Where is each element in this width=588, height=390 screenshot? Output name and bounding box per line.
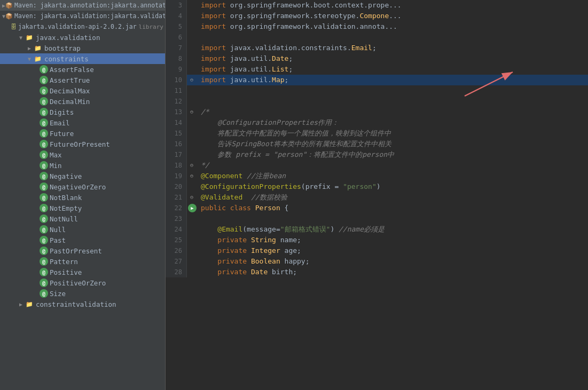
tree-arrow: ▼ xyxy=(17,35,25,41)
tree-label: Maven: jakarta.validation:jakarta.valida… xyxy=(14,12,166,20)
tree-annotation-futureorpresent[interactable]: @ FutureOrPresent xyxy=(0,139,165,149)
code-line-10: 10⊖import java.util.Map; xyxy=(166,75,588,85)
fold-icon[interactable]: ⊖ xyxy=(190,75,193,85)
line-gutter xyxy=(187,85,198,96)
package-icon: 📦 xyxy=(5,1,13,10)
code-scroll-area[interactable]: 3import org.springframework.boot.context… xyxy=(166,0,588,390)
line-content: @ConfigurationProperties(prefix = "perso… xyxy=(198,181,588,192)
line-content: @ConfigurationProperties作用： xyxy=(198,117,588,128)
annotation-icon: @ xyxy=(40,182,48,191)
tree-annotation-notempty[interactable]: @ NotEmpty xyxy=(0,203,165,213)
line-content: 将配置文件中配置的每一个属性的值，映射到这个组件中 xyxy=(198,128,588,139)
tree-constraints[interactable]: ▼ 📁 constraints xyxy=(0,53,165,64)
run-icon[interactable]: ▶ xyxy=(188,204,197,212)
code-line-17: 17 参数 prefix = "person"：将配置文件中的person中 xyxy=(166,149,588,160)
line-number: 9 xyxy=(166,64,187,75)
line-number: 12 xyxy=(166,96,187,107)
jar-icon: 🗄 xyxy=(11,22,17,31)
code-line-3: 3import org.springframework.boot.context… xyxy=(166,0,588,11)
tree-annotation-email[interactable]: @ Email xyxy=(0,117,165,128)
tree-constraintvalidation[interactable]: ▶ 📁 constraintvalidation xyxy=(0,299,165,309)
line-gutter: ⊖ xyxy=(187,192,198,203)
tree-annotation-notblank[interactable]: @ NotBlank xyxy=(0,192,165,203)
annotation-icon: @ xyxy=(40,65,48,74)
project-tree[interactable]: ▶ 📦 Maven: jakarta.annotation:jakarta.an… xyxy=(0,0,166,390)
fold-icon[interactable]: ⊖ xyxy=(190,171,193,181)
code-line-8: 8import java.util.Date; xyxy=(166,53,588,64)
tree-label: NotNull xyxy=(50,215,78,223)
tree-bootstrap[interactable]: ▶ 📁 bootstrap xyxy=(0,43,165,53)
line-content: private Integer age; xyxy=(198,245,588,256)
code-line-7: 7import javax.validation.constraints.Ema… xyxy=(166,43,588,53)
tree-annotation-positiveorzero[interactable]: @ PositiveOrZero xyxy=(0,277,165,288)
code-line-6: 6 xyxy=(166,32,588,43)
line-content: @Validated //数据校验 xyxy=(198,192,588,203)
tree-annotation-decimalmax[interactable]: @ DecimalMax xyxy=(0,85,165,96)
tree-annotation-negative[interactable]: @ Negative xyxy=(0,171,165,181)
tree-label: Negative xyxy=(50,172,82,180)
line-content: 参数 prefix = "person"：将配置文件中的person中 xyxy=(198,149,588,160)
line-number: 6 xyxy=(166,32,187,43)
line-gutter xyxy=(187,181,198,192)
tree-annotation-pattern[interactable]: @ Pattern xyxy=(0,256,165,267)
annotation-icon: @ xyxy=(40,161,48,170)
tree-annotation-null[interactable]: @ Null xyxy=(0,224,165,235)
tree-annotation-notnull[interactable]: @ NotNull xyxy=(0,213,165,224)
tree-label: Email xyxy=(50,119,70,127)
tree-annotation-digits[interactable]: @ Digits xyxy=(0,107,165,117)
line-gutter xyxy=(187,117,198,128)
tree-maven-annotation[interactable]: ▶ 📦 Maven: jakarta.annotation:jakarta.an… xyxy=(0,0,165,11)
tree-annotation-assertfalse[interactable]: @ AssertFalse xyxy=(0,64,165,75)
annotation-icon: @ xyxy=(40,289,48,298)
tree-annotation-future[interactable]: @ Future xyxy=(0,128,165,139)
line-gutter: ⊖ xyxy=(187,107,198,117)
tree-annotation-min[interactable]: @ Min xyxy=(0,160,165,171)
line-content: public class Person { xyxy=(198,203,588,213)
line-content: import java.util.Map; xyxy=(198,75,588,85)
tree-annotation-positive[interactable]: @ Positive xyxy=(0,267,165,277)
package-icon: 📦 xyxy=(5,12,13,20)
line-number: 14 xyxy=(166,117,187,128)
line-gutter xyxy=(187,224,198,235)
line-gutter xyxy=(187,11,198,21)
code-line-4: 4import org.springframework.stereotype.C… xyxy=(166,11,588,21)
line-number: 3 xyxy=(166,0,187,11)
tree-label: Digits xyxy=(50,108,74,116)
tree-annotation-decimalmin[interactable]: @ DecimalMin xyxy=(0,96,165,107)
fold-icon[interactable]: ⊖ xyxy=(190,160,193,171)
code-line-20: 20@ConfigurationProperties(prefix = "per… xyxy=(166,181,588,192)
tree-label: NotEmpty xyxy=(50,204,82,212)
line-content xyxy=(198,96,588,107)
code-line-25: 25 private String name; xyxy=(166,235,588,245)
tree-maven-validation[interactable]: ▼ 📦 Maven: jakarta.validation:jakarta.va… xyxy=(0,11,165,21)
annotation-icon: @ xyxy=(40,268,48,276)
fold-icon[interactable]: ⊖ xyxy=(190,192,193,203)
tree-label: javax.validation xyxy=(36,34,100,42)
line-content: import org.springframework.stereotype.Co… xyxy=(198,11,588,21)
tree-annotation-size[interactable]: @ Size xyxy=(0,288,165,299)
tree-annotation-max[interactable]: @ Max xyxy=(0,149,165,160)
line-number: 23 xyxy=(166,213,187,224)
annotation-icon: @ xyxy=(40,86,48,95)
code-line-13: 13⊖/* xyxy=(166,107,588,117)
fold-icon[interactable]: ⊖ xyxy=(190,107,193,117)
tree-annotation-negativeorzero[interactable]: @ NegativeOrZero xyxy=(0,181,165,192)
line-gutter: ⊖ xyxy=(187,75,198,85)
line-number: 21 xyxy=(166,192,187,203)
line-gutter xyxy=(187,21,198,32)
tree-label: Size xyxy=(50,290,66,298)
line-number: 17 xyxy=(166,149,187,160)
tree-jar[interactable]: 🗄 jakarta.validation-api-2.0.2.jar libra… xyxy=(0,21,165,32)
line-gutter xyxy=(187,235,198,245)
code-line-18: 18⊖*/ xyxy=(166,160,588,171)
tree-label: AssertFalse xyxy=(50,66,94,74)
tree-label: Maven: jakarta.annotation:jakarta.annota… xyxy=(14,2,166,9)
tree-annotation-pastorpresent[interactable]: @ PastOrPresent xyxy=(0,245,165,256)
folder-icon: 📁 xyxy=(33,44,43,52)
code-line-24: 24 @Email(message="邮箱格式错误") //name必须是 xyxy=(166,224,588,235)
tree-label: Min xyxy=(50,162,62,170)
line-number: 26 xyxy=(166,245,187,256)
tree-javax-validation[interactable]: ▼ 📁 javax.validation xyxy=(0,32,165,43)
tree-annotation-past[interactable]: @ Past xyxy=(0,235,165,245)
tree-annotation-asserttrue[interactable]: @ AssertTrue xyxy=(0,75,165,85)
